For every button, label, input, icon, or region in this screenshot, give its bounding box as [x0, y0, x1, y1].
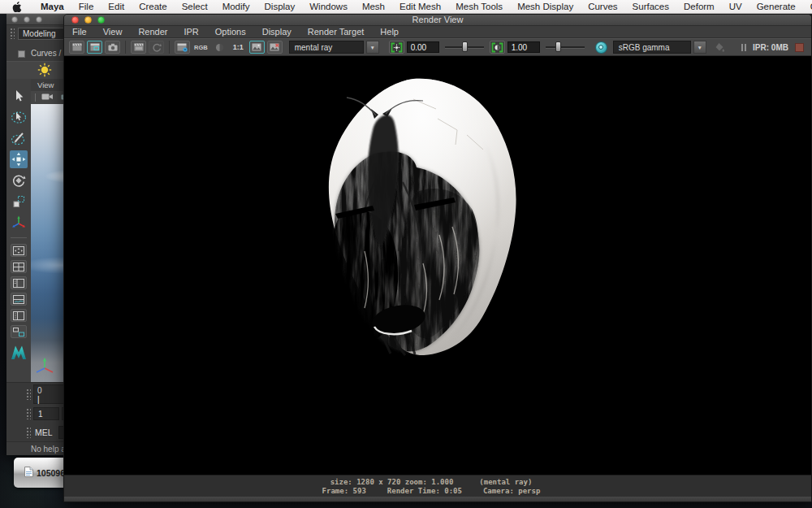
rv-menu-render-target[interactable]: Render Target [300, 27, 373, 37]
color-profile-dropdown-arrow[interactable]: ▼ [693, 41, 706, 54]
render-view-toolbar: RGB 1:1 mental ray ▼ 0.00 1.00 sRGB gamm… [64, 38, 811, 56]
zoom-button[interactable] [97, 16, 105, 24]
status-size-zoom: size: 1280 x 720 zoom: 1.000 [330, 478, 454, 486]
paint-bucket-button[interactable] [712, 41, 728, 54]
paint-select-tool[interactable] [10, 129, 28, 147]
drag-grip[interactable] [10, 28, 15, 39]
status-render-time: Render Time: 0:05 [387, 487, 462, 495]
toolbar-separator [169, 41, 170, 54]
move-tool[interactable] [10, 150, 28, 168]
menubar-item-uv[interactable]: UV [722, 2, 749, 11]
maya-zoom-button[interactable] [36, 16, 42, 23]
scale-tool[interactable] [10, 193, 28, 211]
menu-set-selector[interactable]: Modeling [18, 28, 67, 40]
custom-axis-tool[interactable] [10, 214, 28, 232]
contrast-field[interactable]: 1.00 [508, 41, 540, 53]
color-management-toggle[interactable] [595, 41, 607, 54]
menubar-item-surfaces[interactable]: Surfaces [625, 2, 676, 11]
alpha-channel-button[interactable] [212, 41, 227, 54]
command-line-grip[interactable] [26, 427, 31, 438]
exposure-icon-button[interactable] [389, 41, 404, 54]
contrast-icon [491, 42, 503, 53]
ipr-refresh-button[interactable] [149, 41, 164, 54]
rgb-channels-button[interactable]: RGB [192, 44, 209, 51]
minimize-button[interactable] [84, 16, 92, 24]
rotate-tool[interactable] [10, 172, 28, 189]
render-settings-button[interactable] [175, 41, 190, 54]
shelf-menu-icon[interactable] [18, 50, 25, 58]
rv-menu-render[interactable]: Render [130, 27, 175, 37]
maya-close-button[interactable] [11, 16, 18, 23]
contrast-icon-button[interactable] [490, 41, 505, 54]
time-slider-grip[interactable] [26, 389, 31, 400]
menubar-item-select[interactable]: Select [175, 2, 215, 11]
renderer-dropdown[interactable]: mental ray [289, 41, 364, 54]
menubar-item-windows[interactable]: Windows [302, 2, 355, 11]
ipr-render-button[interactable] [131, 41, 146, 54]
rv-menu-view[interactable]: View [95, 27, 131, 37]
point-light-shelf-icon[interactable] [37, 63, 52, 79]
rv-menu-display[interactable]: Display [254, 27, 300, 37]
contrast-slider[interactable] [546, 41, 585, 53]
image-remove-icon [270, 43, 279, 51]
menubar-item-mesh-tools[interactable]: Mesh Tools [448, 2, 510, 11]
redo-render-button[interactable] [69, 41, 84, 54]
snapshot-button[interactable] [105, 41, 120, 54]
layout-two-pane-button[interactable] [11, 309, 27, 322]
layout-pane-graph-button[interactable] [11, 293, 27, 306]
apple-menu-icon[interactable] [11, 1, 22, 12]
pause-ipr-icon[interactable] [741, 44, 746, 51]
mel-label[interactable]: MEL [33, 428, 56, 437]
rv-menu-ipr[interactable]: IPR [175, 27, 206, 37]
rv-menu-options[interactable]: Options [207, 27, 254, 37]
real-size-button[interactable]: 1:1 [230, 43, 247, 51]
menubar-item-generate[interactable]: Generate [749, 2, 803, 11]
menubar-item-edit-mesh[interactable]: Edit Mesh [392, 2, 448, 11]
remove-image-button[interactable] [267, 41, 283, 54]
render-status-bar: size: 1280 x 720 zoom: 1.000 (mental ray… [64, 475, 811, 497]
exposure-slider[interactable] [445, 41, 484, 53]
menubar-item-deform[interactable]: Deform [676, 2, 722, 11]
menubar-item-display[interactable]: Display [257, 2, 303, 11]
render-slate-icon [72, 43, 82, 51]
range-slider-grip[interactable] [26, 408, 31, 419]
status-renderer-tag: (mental ray) [479, 478, 532, 486]
shelf-tab-curves[interactable]: Curves / [31, 49, 61, 58]
keep-image-button[interactable] [249, 41, 265, 54]
render-region-button[interactable] [87, 41, 102, 54]
menubar-item-create[interactable]: Create [132, 2, 175, 11]
exposure-slider-knob[interactable] [462, 41, 468, 52]
panel-toolbar-grip [35, 93, 36, 102]
menubar-item-maya[interactable]: Maya [33, 2, 71, 11]
panel-menu-view[interactable]: View [37, 80, 54, 89]
exposure-icon [391, 42, 403, 53]
select-tool[interactable] [10, 87, 28, 105]
contrast-slider-knob[interactable] [555, 41, 561, 52]
lasso-select-tool[interactable] [10, 108, 28, 126]
menubar-item-file[interactable]: File [71, 2, 102, 11]
window-bottom-edge [64, 497, 811, 501]
maya-minimize-button[interactable] [24, 16, 30, 23]
exposure-field[interactable]: 0.00 [407, 41, 439, 53]
menubar-item-cache[interactable]: Cache [803, 2, 812, 11]
menubar-item-edit[interactable]: Edit [101, 2, 132, 11]
menubar-item-mesh-display[interactable]: Mesh Display [510, 2, 581, 11]
close-button[interactable] [71, 16, 79, 24]
stop-render-button[interactable] [795, 43, 804, 52]
render-view-menubar: File View Render IPR Options Display Ren… [64, 26, 811, 38]
rv-menu-help[interactable]: Help [372, 27, 407, 37]
layout-four-pane-button[interactable] [11, 260, 27, 273]
renderer-dropdown-arrow[interactable]: ▼ [366, 41, 379, 54]
rv-menu-file[interactable]: File [64, 27, 95, 37]
camera-icon[interactable] [41, 93, 54, 102]
color-profile-dropdown[interactable]: sRGB gamma [613, 41, 691, 54]
menubar-item-curves[interactable]: Curves [581, 2, 624, 11]
current-frame-field[interactable]: 1 [33, 407, 59, 420]
layout-single-pane-button[interactable] [11, 244, 27, 257]
menubar-item-mesh[interactable]: Mesh [355, 2, 392, 11]
layout-pane-outliner-button[interactable] [11, 276, 27, 289]
layout-hypershade-button[interactable] [11, 325, 27, 338]
menubar-item-modify[interactable]: Modify [215, 2, 257, 11]
render-view-titlebar[interactable]: Render View [64, 15, 811, 26]
render-canvas[interactable] [64, 56, 811, 475]
